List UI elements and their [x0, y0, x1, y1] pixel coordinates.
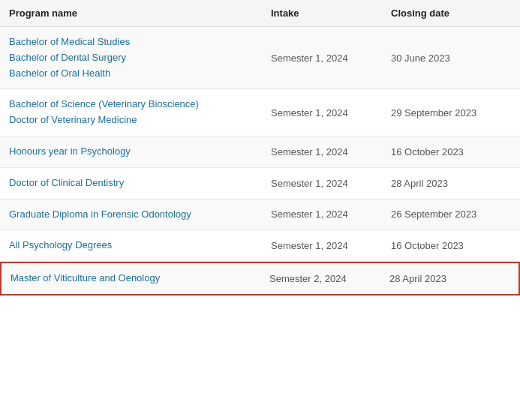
table-row: Master of Viticulture and OenologySemest…: [0, 262, 520, 296]
closing-date-cell: 28 April 2023: [389, 273, 509, 284]
closing-date-cell: 16 October 2023: [391, 146, 511, 158]
closing-date-cell: 28 April 2023: [391, 178, 511, 189]
table-row: Bachelor of Science (Veterinary Bioscien…: [0, 89, 520, 136]
program-link[interactable]: Bachelor of Oral Health: [9, 66, 271, 82]
table-body: Bachelor of Medical StudiesBachelor of D…: [0, 27, 520, 296]
intake-cell: Semester 1, 2024: [271, 146, 391, 158]
table-row: Doctor of Clinical DentistrySemester 1, …: [0, 168, 520, 200]
intake-cell: Semester 1, 2024: [271, 178, 391, 189]
program-name-cell: Doctor of Clinical Dentistry: [9, 176, 271, 191]
program-name-cell: Graduate Diploma in Forensic Odontology: [9, 207, 271, 223]
table-row: All Psychology DegreesSemester 1, 202416…: [0, 230, 520, 262]
table-header: Program name Intake Closing date: [0, 0, 520, 27]
programs-table: Program name Intake Closing date Bachelo…: [0, 0, 520, 296]
closing-date-cell: 30 June 2023: [391, 52, 511, 64]
program-link[interactable]: Bachelor of Dental Surgery: [9, 50, 271, 66]
header-intake: Intake: [271, 8, 391, 19]
closing-date-cell: 29 September 2023: [391, 107, 511, 118]
header-closing: Closing date: [391, 8, 511, 19]
program-name-cell: Bachelor of Medical StudiesBachelor of D…: [9, 34, 271, 81]
header-program: Program name: [9, 8, 271, 19]
program-link[interactable]: Master of Viticulture and Oenology: [11, 271, 269, 286]
program-name-cell: Bachelor of Science (Veterinary Bioscien…: [9, 97, 271, 128]
program-name-cell: Master of Viticulture and Oenology: [11, 271, 269, 286]
program-link[interactable]: Honours year in Psychology: [9, 144, 271, 160]
intake-cell: Semester 1, 2024: [271, 208, 391, 220]
program-link[interactable]: Doctor of Clinical Dentistry: [9, 176, 271, 191]
intake-cell: Semester 1, 2024: [271, 240, 391, 251]
table-row: Bachelor of Medical StudiesBachelor of D…: [0, 27, 520, 89]
intake-cell: Semester 2, 2024: [269, 273, 389, 284]
closing-date-cell: 26 September 2023: [391, 208, 511, 220]
program-link[interactable]: Graduate Diploma in Forensic Odontology: [9, 207, 271, 223]
closing-date-cell: 16 October 2023: [391, 240, 511, 251]
intake-cell: Semester 1, 2024: [271, 107, 391, 118]
program-link[interactable]: Bachelor of Science (Veterinary Bioscien…: [9, 97, 271, 112]
program-link[interactable]: Doctor of Veterinary Medicine: [9, 112, 271, 128]
program-name-cell: Honours year in Psychology: [9, 144, 271, 160]
program-link[interactable]: All Psychology Degrees: [9, 238, 271, 254]
program-name-cell: All Psychology Degrees: [9, 238, 271, 254]
program-link[interactable]: Bachelor of Medical Studies: [9, 34, 271, 50]
table-row: Graduate Diploma in Forensic OdontologyS…: [0, 200, 520, 231]
intake-cell: Semester 1, 2024: [271, 52, 391, 64]
table-row: Honours year in PsychologySemester 1, 20…: [0, 136, 520, 168]
